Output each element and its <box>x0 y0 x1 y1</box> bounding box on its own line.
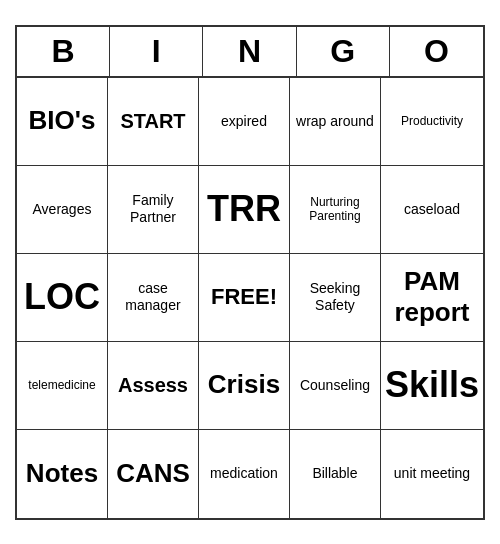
bingo-cell: Billable <box>290 430 381 518</box>
bingo-cell: unit meeting <box>381 430 483 518</box>
bingo-cell: PAM report <box>381 254 483 342</box>
bingo-header: BINGO <box>17 27 483 78</box>
header-letter: N <box>203 27 296 76</box>
bingo-card: BINGO BIO'sSTARTexpiredwrap aroundProduc… <box>15 25 485 520</box>
bingo-cell: Family Partner <box>108 166 199 254</box>
bingo-cell: caseload <box>381 166 483 254</box>
bingo-cell: BIO's <box>17 78 108 166</box>
bingo-cell: CANS <box>108 430 199 518</box>
header-letter: G <box>297 27 390 76</box>
bingo-cell: LOC <box>17 254 108 342</box>
bingo-cell: wrap around <box>290 78 381 166</box>
bingo-cell: telemedicine <box>17 342 108 430</box>
bingo-cell: Notes <box>17 430 108 518</box>
bingo-cell: FREE! <box>199 254 290 342</box>
bingo-cell: medication <box>199 430 290 518</box>
bingo-cell: Crisis <box>199 342 290 430</box>
header-letter: I <box>110 27 203 76</box>
bingo-cell: Seeking Safety <box>290 254 381 342</box>
bingo-cell: Counseling <box>290 342 381 430</box>
bingo-grid: BIO'sSTARTexpiredwrap aroundProductivity… <box>17 78 483 518</box>
bingo-cell: Productivity <box>381 78 483 166</box>
bingo-cell: expired <box>199 78 290 166</box>
bingo-cell: case manager <box>108 254 199 342</box>
bingo-cell: Nurturing Parenting <box>290 166 381 254</box>
bingo-cell: Averages <box>17 166 108 254</box>
bingo-cell: Skills <box>381 342 483 430</box>
header-letter: O <box>390 27 483 76</box>
bingo-cell: Assess <box>108 342 199 430</box>
bingo-cell: START <box>108 78 199 166</box>
bingo-cell: TRR <box>199 166 290 254</box>
header-letter: B <box>17 27 110 76</box>
